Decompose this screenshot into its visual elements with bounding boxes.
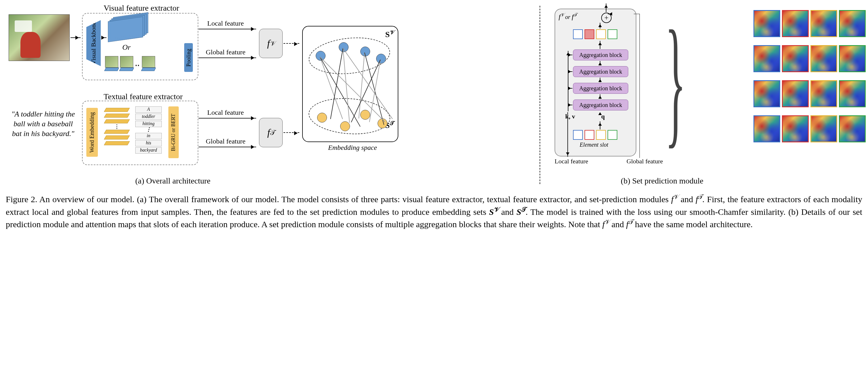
diagram-area: "A toddler hitting the ball with a baseb…: [6, 6, 862, 184]
caption-part-a: (a) The overall framework of our model. …: [137, 194, 671, 204]
visual-backbone-label: Visual Backbone: [90, 22, 97, 65]
pooling-label: Pooling: [185, 48, 192, 66]
fv-symbol: f: [267, 38, 270, 49]
slot-yellow: [596, 29, 606, 39]
ft-module: f𝒯: [259, 118, 283, 147]
word-embedding-block: Word Embedding: [86, 108, 98, 157]
panel-a-overall-architecture: "A toddler hitting the ball with a baseb…: [6, 6, 537, 184]
up-arrow: [600, 61, 600, 66]
kv-arrow: [568, 55, 572, 55]
textual-extractor-label: Textual feature extractor: [103, 92, 183, 101]
q-arrow: [600, 111, 600, 119]
attention-map: [839, 80, 866, 107]
word-his: his: [135, 140, 162, 146]
global-feature-label-v: Global feature: [206, 48, 246, 56]
ft-sup: 𝒯: [270, 129, 274, 137]
arrow-fv-to-space: [283, 43, 299, 44]
slot-green: [608, 130, 617, 140]
word-toddler: toddler: [135, 113, 162, 120]
region-thumbnails: ‥: [105, 56, 155, 71]
attention-map: [782, 115, 809, 142]
figure-title: An overview of our model.: [39, 194, 135, 204]
global-feature-label-t: Global feature: [206, 137, 246, 145]
arrow-global-visual: [198, 58, 256, 58]
attention-map: [839, 10, 866, 37]
up-arrow: [600, 78, 600, 82]
global-feature-label-b: Global feature: [626, 158, 650, 165]
up-arrow: [600, 121, 600, 129]
attention-map: [753, 115, 780, 142]
arrow-global-text: [198, 147, 256, 147]
local-in-arrow: [567, 112, 568, 157]
attention-map: [782, 10, 809, 37]
figure-number: Figure 2.: [6, 194, 37, 204]
figure-container: "A toddler hitting the ball with a baseb…: [6, 6, 862, 230]
sv-node: [376, 54, 386, 64]
attention-map: [810, 80, 837, 107]
kv-arrow: [568, 105, 572, 105]
brace-icon: }: [665, 9, 686, 153]
slot-blue: [573, 29, 583, 39]
input-slots: [573, 130, 617, 140]
aggregation-block: Aggregation block: [573, 66, 628, 77]
fv-sup: 𝒱: [270, 40, 275, 47]
panel-divider: [539, 6, 540, 184]
set-prediction-module-box: f𝒱 or f𝒯 Aggregation block Aggregation b…: [555, 9, 636, 157]
aggregation-block: Aggregation block: [573, 83, 628, 94]
embedding-space: S𝒱 S𝒯: [302, 26, 398, 142]
slot-red: [585, 29, 594, 39]
word-hitting: hitting: [135, 121, 162, 127]
arrow-local-visual: [198, 29, 256, 29]
or-label: Or: [122, 43, 131, 52]
output-slots: [573, 29, 617, 39]
slot-red: [585, 130, 594, 140]
panel-b-subcaption: (b) Set prediction module: [621, 176, 703, 186]
word-in: in: [135, 133, 162, 139]
attention-map: [810, 10, 837, 37]
pooling-block: Pooling: [184, 43, 193, 72]
attention-map: [810, 45, 837, 72]
spm-header: f𝒱 or f𝒯: [559, 12, 577, 21]
attention-row: [753, 45, 866, 72]
arrow-backbone-to-grid: [102, 37, 106, 38]
kv-label: k, v: [565, 113, 575, 120]
element-slot-label: Element slot: [580, 141, 608, 148]
attention-map: [753, 80, 780, 107]
bigru-label: Bi-GRU or BERT: [170, 113, 177, 151]
attention-maps-column: [753, 10, 866, 142]
word-a: A: [135, 106, 162, 113]
attention-map: [839, 115, 866, 142]
up-arrow: [600, 23, 600, 29]
attention-row: [753, 80, 866, 107]
input-image: [9, 14, 70, 61]
attention-row: [753, 115, 866, 142]
word-labels: A toddler hitting ⋮ in his backyard: [135, 106, 162, 154]
attention-row: [753, 10, 866, 37]
local-feature-label-t: Local feature: [207, 109, 244, 116]
kv-line: [568, 51, 568, 111]
bigru-block: Bi-GRU or BERT: [168, 106, 179, 158]
arrow-ft-to-space: [283, 132, 299, 133]
attention-map: [753, 45, 780, 72]
arrow-img-to-backbone: [70, 37, 81, 38]
arrow-out: [606, 3, 607, 12]
sv-node: [339, 42, 348, 52]
kv-arrow: [568, 71, 572, 72]
up-arrow: [600, 94, 600, 99]
input-text-caption: "A toddler hitting the ball with a baseb…: [9, 109, 78, 138]
word-embedding-label: Word Embedding: [89, 112, 96, 153]
skip-arrow: [608, 14, 611, 14]
figure-caption: Figure 2. An overview of our model. (a) …: [6, 193, 862, 230]
embedding-space-label: Embedding space: [328, 144, 377, 151]
ft-symbol: f: [267, 127, 270, 138]
panel-a-subcaption: (a) Overall architecture: [135, 176, 210, 186]
visual-backbone: Visual Backbone: [86, 20, 101, 66]
attention-map: [782, 80, 809, 107]
attention-map: [839, 45, 866, 72]
local-feature-label-v: Local feature: [207, 20, 244, 27]
word-backyard: backyard: [135, 147, 162, 154]
up-arrow: [600, 41, 600, 49]
attention-map: [810, 115, 837, 142]
fv-module: f𝒱: [259, 29, 283, 58]
local-feature-label-b: Local feature: [555, 158, 578, 165]
